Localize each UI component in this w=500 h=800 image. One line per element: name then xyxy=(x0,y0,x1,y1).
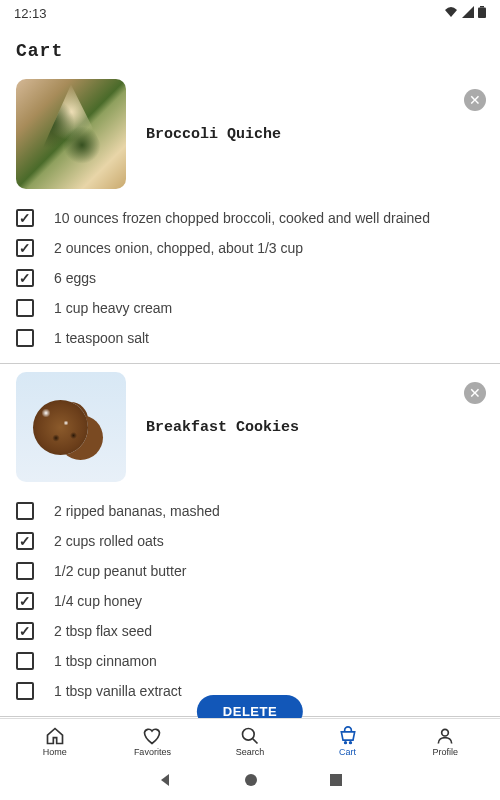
recipe-header: Breakfast Cookies xyxy=(0,364,500,490)
home-icon xyxy=(45,726,65,746)
svg-point-5 xyxy=(349,742,351,744)
ingredient-checkbox[interactable] xyxy=(16,532,34,550)
ingredient-text: 6 eggs xyxy=(54,270,96,286)
ingredient-checkbox[interactable] xyxy=(16,622,34,640)
svg-point-2 xyxy=(242,729,254,741)
close-icon[interactable]: ✕ xyxy=(464,382,486,404)
nav-label: Profile xyxy=(432,747,458,757)
ingredient-row: 1/2 cup peanut butter xyxy=(16,556,500,586)
ingredient-checkbox[interactable] xyxy=(16,299,34,317)
ingredient-text: 1 teaspoon salt xyxy=(54,330,149,346)
ingredient-checkbox[interactable] xyxy=(16,562,34,580)
nav-item-cart[interactable]: Cart xyxy=(299,726,397,757)
svg-point-7 xyxy=(245,774,257,786)
ingredient-text: 2 ounces onion, chopped, about 1/3 cup xyxy=(54,240,303,256)
recipe-header: Broccoli Quiche xyxy=(0,71,500,197)
svg-rect-8 xyxy=(330,774,342,786)
status-bar: 12:13 xyxy=(0,0,500,21)
recipe-title: Breakfast Cookies xyxy=(146,419,299,436)
svg-rect-0 xyxy=(480,6,484,8)
bottom-nav: HomeFavoritesSearchCartProfile xyxy=(0,718,500,764)
recents-button[interactable] xyxy=(329,773,343,791)
status-indicators xyxy=(444,6,486,21)
search-icon xyxy=(240,726,260,746)
nav-label: Home xyxy=(43,747,67,757)
recipe-block: ✕Breakfast Cookies2 ripped bananas, mash… xyxy=(0,364,500,717)
svg-point-4 xyxy=(344,742,346,744)
ingredient-row: 1 cup heavy cream xyxy=(16,293,500,323)
recipe-image xyxy=(16,79,126,189)
ingredient-text: 2 cups rolled oats xyxy=(54,533,164,549)
ingredient-text: 1 cup heavy cream xyxy=(54,300,172,316)
ingredient-row: 2 ounces onion, chopped, about 1/3 cup xyxy=(16,233,500,263)
battery-icon xyxy=(478,6,486,21)
recipe-block: ✕Broccoli Quiche10 ounces frozen chopped… xyxy=(0,71,500,364)
cart-icon xyxy=(338,726,358,746)
ingredient-text: 1/2 cup peanut butter xyxy=(54,563,186,579)
ingredient-row: 1/4 cup honey xyxy=(16,586,500,616)
ingredient-list: 2 ripped bananas, mashed2 cups rolled oa… xyxy=(0,490,500,706)
nav-label: Cart xyxy=(339,747,356,757)
ingredient-text: 1 tbsp cinnamon xyxy=(54,653,157,669)
ingredient-checkbox[interactable] xyxy=(16,592,34,610)
ingredient-row: 1 tbsp cinnamon xyxy=(16,646,500,676)
ingredient-text: 1 tbsp vanilla extract xyxy=(54,683,182,699)
recipe-image xyxy=(16,372,126,482)
nav-item-favorites[interactable]: Favorites xyxy=(104,726,202,757)
nav-label: Search xyxy=(236,747,265,757)
ingredient-checkbox[interactable] xyxy=(16,652,34,670)
signal-icon xyxy=(462,6,474,21)
recipe-title: Broccoli Quiche xyxy=(146,126,281,143)
ingredient-row: 6 eggs xyxy=(16,263,500,293)
ingredient-text: 10 ounces frozen chopped broccoli, cooke… xyxy=(54,210,430,226)
ingredient-text: 2 ripped bananas, mashed xyxy=(54,503,220,519)
wifi-icon xyxy=(444,6,458,21)
nav-item-search[interactable]: Search xyxy=(201,726,299,757)
back-button[interactable] xyxy=(157,772,173,792)
profile-icon xyxy=(435,726,455,746)
nav-label: Favorites xyxy=(134,747,171,757)
recipe-list[interactable]: ✕Broccoli Quiche10 ounces frozen chopped… xyxy=(0,71,500,747)
close-icon[interactable]: ✕ xyxy=(464,89,486,111)
ingredient-row: 2 ripped bananas, mashed xyxy=(16,496,500,526)
favorites-icon xyxy=(142,726,162,746)
ingredient-row: 2 cups rolled oats xyxy=(16,526,500,556)
ingredient-checkbox[interactable] xyxy=(16,209,34,227)
ingredient-checkbox[interactable] xyxy=(16,329,34,347)
svg-point-6 xyxy=(442,729,449,736)
ingredient-row: 10 ounces frozen chopped broccoli, cooke… xyxy=(16,203,500,233)
ingredient-checkbox[interactable] xyxy=(16,682,34,700)
status-time: 12:13 xyxy=(14,6,47,21)
nav-item-home[interactable]: Home xyxy=(6,726,104,757)
ingredient-checkbox[interactable] xyxy=(16,502,34,520)
ingredient-text: 2 tbsp flax seed xyxy=(54,623,152,639)
ingredient-text: 1/4 cup honey xyxy=(54,593,142,609)
page-title: Cart xyxy=(0,21,500,71)
home-button[interactable] xyxy=(243,772,259,792)
ingredient-checkbox[interactable] xyxy=(16,269,34,287)
svg-rect-1 xyxy=(478,8,486,19)
ingredient-checkbox[interactable] xyxy=(16,239,34,257)
ingredient-list: 10 ounces frozen chopped broccoli, cooke… xyxy=(0,197,500,353)
nav-item-profile[interactable]: Profile xyxy=(396,726,494,757)
ingredient-row: 1 teaspoon salt xyxy=(16,323,500,353)
system-nav xyxy=(0,764,500,800)
svg-line-3 xyxy=(252,739,257,744)
ingredient-row: 2 tbsp flax seed xyxy=(16,616,500,646)
